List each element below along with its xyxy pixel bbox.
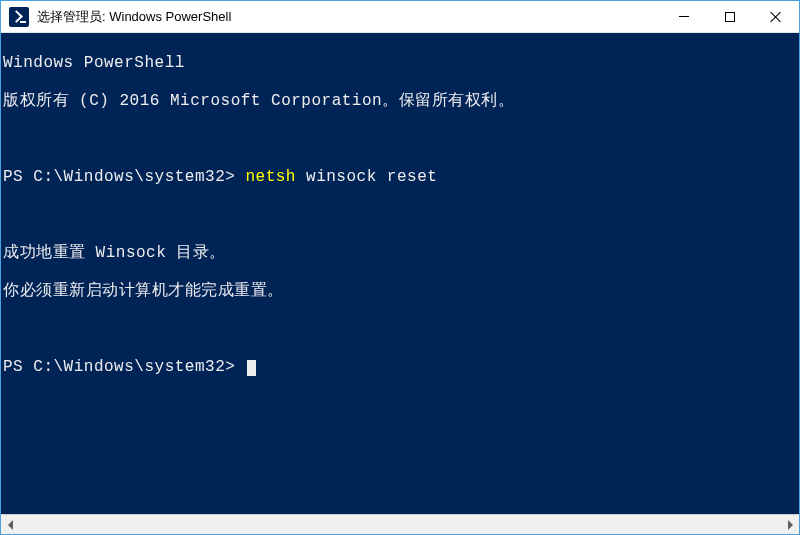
cursor — [247, 360, 256, 376]
scroll-left-button[interactable] — [1, 515, 19, 535]
prompt-text: PS C:\Windows\system32> — [3, 168, 245, 186]
maximize-button[interactable] — [707, 1, 753, 32]
close-icon — [770, 11, 782, 23]
output-line: 成功地重置 Winsock 目录。 — [3, 244, 797, 263]
blank-line — [3, 320, 797, 339]
powershell-icon — [9, 7, 29, 27]
close-button[interactable] — [753, 1, 799, 32]
horizontal-scrollbar[interactable] — [1, 514, 799, 535]
chevron-left-icon — [8, 520, 13, 530]
scroll-right-button[interactable] — [781, 515, 799, 535]
window-titlebar: 选择管理员: Windows PowerShell — [1, 1, 799, 33]
blank-line — [3, 130, 797, 149]
copyright-line: 版权所有 (C) 2016 Microsoft Corporation。保留所有… — [3, 92, 797, 111]
scrollbar-track[interactable] — [19, 515, 781, 535]
minimize-icon — [679, 16, 689, 17]
blank-line — [3, 206, 797, 225]
window-title: 选择管理员: Windows PowerShell — [37, 8, 661, 26]
output-line: 你必须重新启动计算机才能完成重置。 — [3, 282, 797, 301]
command-line-1: PS C:\Windows\system32> netsh winsock re… — [3, 168, 797, 187]
header-line: Windows PowerShell — [3, 54, 797, 73]
maximize-icon — [725, 12, 735, 22]
window-controls — [661, 1, 799, 32]
command-args: winsock reset — [296, 168, 437, 186]
prompt-text: PS C:\Windows\system32> — [3, 358, 245, 376]
minimize-button[interactable] — [661, 1, 707, 32]
command-name: netsh — [245, 168, 296, 186]
chevron-right-icon — [788, 520, 793, 530]
command-line-2: PS C:\Windows\system32> — [3, 358, 797, 377]
terminal-output[interactable]: Windows PowerShell 版权所有 (C) 2016 Microso… — [1, 33, 799, 514]
